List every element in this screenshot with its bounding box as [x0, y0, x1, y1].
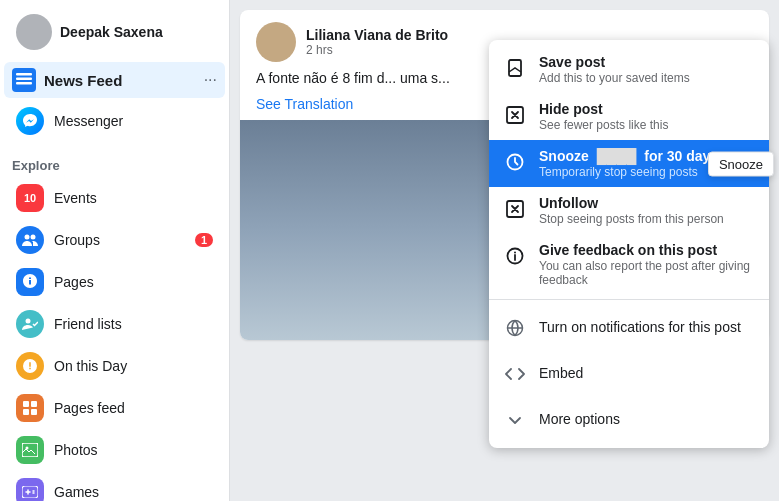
sidebar-item-photos[interactable]: Photos: [4, 430, 225, 470]
events-icon: 10: [16, 184, 44, 212]
newsfeed-label: News Feed: [44, 72, 122, 89]
menu-item-hide-post[interactable]: Hide post See fewer posts like this: [489, 93, 769, 140]
more-options-label: More options: [539, 411, 620, 427]
feedback-title: Give feedback on this post: [539, 242, 755, 258]
svg-rect-0: [16, 73, 32, 76]
photos-icon: [16, 436, 44, 464]
menu-divider: [489, 299, 769, 300]
menu-item-save-post[interactable]: Save post Add this to your saved items: [489, 46, 769, 93]
save-post-desc: Add this to your saved items: [539, 71, 755, 85]
post-dropdown-menu: Save post Add this to your saved items H…: [489, 40, 769, 448]
messenger-icon: [16, 107, 44, 135]
messenger-label: Messenger: [54, 113, 123, 129]
menu-item-snooze[interactable]: Snooze ████ for 30 days Temporarily stop…: [489, 140, 769, 187]
post-user-info: Liliana Viana de Brito 2 hrs: [256, 22, 448, 62]
sidebar-item-pages[interactable]: Pages: [4, 262, 225, 302]
unfollow-title: Unfollow: [539, 195, 755, 211]
pages-label: Pages: [54, 274, 94, 290]
svg-rect-9: [31, 409, 37, 415]
svg-point-21: [514, 252, 516, 254]
embed-label: Embed: [539, 365, 583, 381]
sidebar-item-messenger[interactable]: Messenger: [4, 101, 225, 141]
snooze-tooltip: Snooze: [708, 151, 774, 176]
on-this-day-label: On this Day: [54, 358, 127, 374]
user-name: Deepak Saxena: [60, 24, 163, 40]
games-icon: [16, 478, 44, 501]
sidebar-item-on-this-day[interactable]: On this Day: [4, 346, 225, 386]
sidebar-item-friend-lists[interactable]: Friend lists: [4, 304, 225, 344]
x-circle-icon: [503, 197, 527, 221]
friend-lists-label: Friend lists: [54, 316, 122, 332]
sidebar-item-events[interactable]: 10 Events: [4, 178, 225, 218]
events-label: Events: [54, 190, 97, 206]
pages-icon: [16, 268, 44, 296]
menu-item-notifications[interactable]: Turn on notifications for this post: [489, 304, 769, 350]
svg-point-4: [31, 235, 36, 240]
svg-point-3: [25, 235, 30, 240]
clock-icon: [503, 150, 527, 174]
post-avatar: [256, 22, 296, 62]
globe-icon: [503, 316, 527, 340]
newsfeed-dots[interactable]: ···: [204, 71, 217, 89]
groups-badge: 1: [195, 233, 213, 247]
newsfeed-icon: [12, 68, 36, 92]
hide-post-desc: See fewer posts like this: [539, 118, 755, 132]
hide-post-title: Hide post: [539, 101, 755, 117]
post-time: 2 hrs: [306, 43, 448, 57]
menu-item-feedback[interactable]: Give feedback on this post You can also …: [489, 234, 769, 295]
bookmark-icon: [503, 56, 527, 80]
friend-lists-icon: [16, 310, 44, 338]
sidebar-header: Deepak Saxena: [0, 0, 229, 60]
sidebar-item-groups[interactable]: Groups 1: [4, 220, 225, 260]
unfollow-desc: Stop seeing posts from this person: [539, 212, 755, 226]
code-icon: [503, 362, 527, 386]
sidebar-item-pages-feed[interactable]: Pages feed: [4, 388, 225, 428]
menu-item-embed[interactable]: Embed: [489, 350, 769, 396]
svg-rect-7: [31, 401, 37, 407]
svg-point-5: [26, 319, 31, 324]
svg-rect-1: [16, 78, 32, 81]
sidebar-item-newsfeed[interactable]: News Feed ···: [4, 62, 225, 98]
groups-label: Groups: [54, 232, 100, 248]
post-author[interactable]: Liliana Viana de Brito: [306, 27, 448, 43]
save-post-title: Save post: [539, 54, 755, 70]
menu-item-more-options[interactable]: More options: [489, 396, 769, 442]
sidebar-user[interactable]: Deepak Saxena: [8, 8, 221, 56]
notifications-label: Turn on notifications for this post: [539, 319, 741, 335]
on-this-day-icon: [16, 352, 44, 380]
svg-rect-2: [16, 82, 32, 85]
explore-title: Explore: [0, 150, 229, 177]
photos-label: Photos: [54, 442, 98, 458]
groups-icon: [16, 226, 44, 254]
feedback-desc: You can also report the post after givin…: [539, 259, 755, 287]
svg-rect-8: [23, 409, 29, 415]
pages-feed-label: Pages feed: [54, 400, 125, 416]
x-square-icon: [503, 103, 527, 127]
games-label: Games: [54, 484, 99, 500]
menu-item-unfollow[interactable]: Unfollow Stop seeing posts from this per…: [489, 187, 769, 234]
sidebar-item-games[interactable]: Games: [4, 472, 225, 501]
sidebar: Deepak Saxena News Feed ··· Messenger Ex…: [0, 0, 230, 501]
avatar: [16, 14, 52, 50]
info-circle-icon: [503, 244, 527, 268]
main-content: Liliana Viana de Brito 2 hrs ··· A fonte…: [230, 0, 779, 501]
pages-feed-icon: [16, 394, 44, 422]
svg-rect-6: [23, 401, 29, 407]
chevron-down-icon: [503, 408, 527, 432]
